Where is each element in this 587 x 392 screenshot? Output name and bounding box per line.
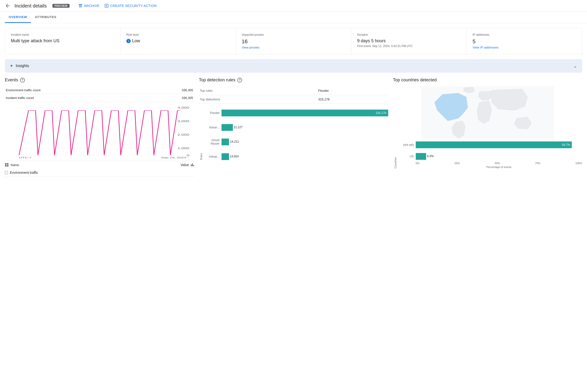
svg-rect-14 <box>5 163 7 164</box>
svg-text:Sep 19, 2024: Sep 19, 2024 <box>161 156 186 159</box>
events-help-icon[interactable]: ? <box>20 78 25 82</box>
grid-icon <box>5 163 9 167</box>
back-button[interactable] <box>5 3 11 9</box>
events-line-chart-svg: 4,000 3,000 2,000 1,000 0 UTC-7 Sep 19, … <box>5 106 194 159</box>
bar-value: 14,211 <box>230 140 239 144</box>
table-name-header: Name <box>11 163 19 167</box>
page-title: Incident details <box>15 3 47 9</box>
charts-section: Events ? Environment traffic count 336,3… <box>0 78 587 182</box>
bar-label: (not set) <box>397 143 414 146</box>
incident-name-value: Multi type attack from US <box>11 38 115 44</box>
incident-info-card: Incident name Multi type attack from US … <box>5 28 582 54</box>
bar-value: 93.7% <box>562 143 570 146</box>
insights-chevron-down-icon: ⌄ <box>573 63 577 69</box>
archive-button[interactable]: ARCHIVE <box>78 4 100 8</box>
x-label-0: 0% <box>416 162 420 164</box>
ip-label: IP addresses <box>472 33 576 36</box>
incident-traffic-label: Incident traffic count <box>5 94 144 102</box>
list-item: Environment traffic <box>5 169 194 177</box>
top-rules-label: Top rules <box>199 86 317 95</box>
insights-panel[interactable]: ✦ Insights ⌄ <box>5 59 582 73</box>
env-traffic-value: 336,305 <box>144 86 194 94</box>
insights-label: Insights <box>16 64 29 68</box>
tab-attributes[interactable]: ATTRIBUTES <box>31 12 60 23</box>
svg-text:4,000: 4,000 <box>178 106 189 109</box>
x-label-50: 50% <box>495 162 500 164</box>
tabs-bar: OVERVIEW ATTRIBUTES <box>0 12 587 23</box>
x-label-75: 75% <box>535 162 540 164</box>
x-label-25: 25% <box>454 162 460 164</box>
world-map <box>393 86 582 140</box>
archive-icon <box>78 4 83 8</box>
svg-rect-16 <box>5 165 7 166</box>
top-detections-value: 315,178 <box>317 95 388 104</box>
top-detection-panel: Top detection rules ? Top rules Flooder … <box>199 78 388 177</box>
env-traffic-row-label: Environment traffic <box>10 171 38 174</box>
svg-text:1,000: 1,000 <box>178 147 189 150</box>
countries-title: Top countries detected <box>393 78 437 82</box>
bar-label: US <box>397 155 414 158</box>
line-chart: 4,000 3,000 2,000 1,000 0 UTC-7 Sep 19, … <box>5 106 194 159</box>
incident-traffic-value: 336,305 <box>144 94 194 102</box>
bar-fill <box>221 138 229 145</box>
events-panel: Events ? Environment traffic count 336,3… <box>5 78 194 177</box>
bars-chart-icon <box>191 164 194 166</box>
rules-y-axis-label: Rules <box>199 110 203 160</box>
bar-label: Advan... <box>203 155 220 158</box>
chart-table-header: Name Value <box>5 161 194 169</box>
top-rules-value: Flooder <box>317 86 388 95</box>
countries-y-axis-label: Countries <box>393 142 397 168</box>
table-row: Environment traffic count 336,305 <box>5 86 194 94</box>
table-row: Top rules Flooder <box>199 86 388 95</box>
svg-rect-0 <box>79 4 82 5</box>
bar-row: US 6.3% <box>397 153 582 160</box>
bar-fill <box>416 153 426 160</box>
proxies-label: Impacted proxies <box>242 33 346 36</box>
svg-rect-15 <box>7 163 9 164</box>
risk-info-icon: i <box>126 39 131 43</box>
x-axis-labels: 0% 25% 50% 75% 100% <box>397 162 582 164</box>
bar-row: Advan... 13,924 <box>203 153 388 160</box>
table-value-header: Value <box>181 163 189 167</box>
detection-bar-chart: Rules Flooder 315,178 Advan... <box>199 110 388 160</box>
insights-sparkle-icon: ✦ <box>10 63 13 68</box>
events-title: Events <box>5 78 18 82</box>
risk-label: Risk level <box>126 33 230 36</box>
svg-text:2,000: 2,000 <box>178 134 189 136</box>
detection-help-icon[interactable]: ? <box>237 78 242 82</box>
ip-value: 5 <box>472 38 576 45</box>
bar-fill: 315,178 <box>221 110 388 116</box>
view-ip-addresses-link[interactable]: View IP addresses <box>472 46 576 49</box>
svg-text:UTC-7: UTC-7 <box>19 156 32 159</box>
duration-value: 9 days 5 hours <box>357 38 461 44</box>
env-traffic-checkbox[interactable] <box>5 171 8 174</box>
first-event-text: First event: Sep 11, 2024, 5:42:51 PM UT… <box>357 44 461 48</box>
svg-text:0: 0 <box>187 154 189 157</box>
header-actions: ARCHIVE CREATE SECURITY ACTION <box>78 4 157 8</box>
countries-bar-chart: Countries (not set) 93.7% US 6 <box>393 142 582 168</box>
svg-text:3,000: 3,000 <box>178 120 189 122</box>
bar-fill <box>221 124 233 131</box>
bar-fill <box>221 153 229 160</box>
bar-fill: 93.7% <box>416 142 572 148</box>
x-axis-title: Percentage of events <box>397 166 582 168</box>
bar-label: OAuth Abuser <box>203 138 220 146</box>
incident-name-label: Incident name <box>11 33 115 36</box>
ip-addresses-section: IP addresses 5 View IP addresses <box>467 28 582 54</box>
bar-row: (not set) 93.7% <box>397 142 582 148</box>
tab-overview[interactable]: OVERVIEW <box>5 12 31 23</box>
svg-rect-17 <box>7 165 9 166</box>
risk-value: i Low <box>126 38 230 44</box>
impacted-proxies-section: Impacted proxies 16 View proxies <box>236 28 352 54</box>
create-security-action-button[interactable]: CREATE SECURITY ACTION <box>104 4 157 8</box>
view-proxies-link[interactable]: View proxies <box>242 46 346 49</box>
table-row: Incident traffic count 336,305 <box>5 94 194 102</box>
detection-summary-table: Top rules Flooder Top detections 315,178 <box>199 86 388 104</box>
preview-badge: PREVIEW <box>52 4 69 8</box>
incident-name-section: Incident name Multi type attack from US <box>5 28 121 54</box>
bar-row: OAuth Abuser 14,211 <box>203 138 388 146</box>
bar-row: Flooder 315,178 <box>203 110 388 116</box>
detection-title: Top detection rules <box>199 78 235 82</box>
bar-label: Advan... <box>203 126 220 129</box>
header: Incident details PREVIEW ARCHIVE CREATE … <box>0 0 587 12</box>
